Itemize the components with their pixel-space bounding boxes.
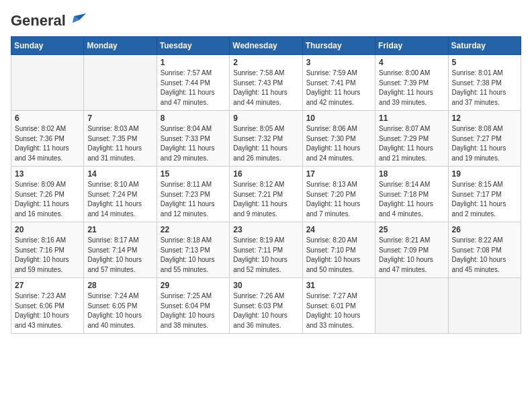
calendar-cell: 1Sunrise: 7:57 AM Sunset: 7:44 PM Daylig…: [157, 55, 229, 111]
day-number: 3: [306, 58, 371, 67]
calendar-cell: 18Sunrise: 8:14 AM Sunset: 7:18 PM Dayli…: [375, 167, 448, 222]
day-info: Sunrise: 8:02 AM Sunset: 7:36 PM Dayligh…: [15, 124, 80, 163]
calendar-cell: [375, 278, 448, 334]
day-number: 27: [15, 281, 80, 290]
calendar-table: SundayMondayTuesdayWednesdayThursdayFrid…: [11, 36, 521, 334]
day-info: Sunrise: 8:14 AM Sunset: 7:18 PM Dayligh…: [379, 180, 444, 219]
calendar-cell: 20Sunrise: 8:16 AM Sunset: 7:16 PM Dayli…: [11, 222, 84, 278]
logo: General: [11, 11, 87, 28]
column-header-saturday: Saturday: [448, 37, 521, 55]
day-info: Sunrise: 8:20 AM Sunset: 7:10 PM Dayligh…: [306, 236, 371, 275]
day-number: 19: [452, 169, 517, 179]
day-number: 17: [306, 169, 371, 179]
calendar-cell: 23Sunrise: 8:19 AM Sunset: 7:11 PM Dayli…: [230, 222, 302, 278]
calendar-cell: 2Sunrise: 7:58 AM Sunset: 7:43 PM Daylig…: [230, 55, 302, 111]
day-number: 10: [306, 113, 371, 123]
day-info: Sunrise: 7:58 AM Sunset: 7:43 PM Dayligh…: [233, 68, 298, 107]
day-number: 18: [379, 169, 444, 179]
day-info: Sunrise: 8:08 AM Sunset: 7:27 PM Dayligh…: [452, 124, 517, 163]
day-info: Sunrise: 8:05 AM Sunset: 7:32 PM Dayligh…: [233, 124, 298, 163]
calendar-cell: 26Sunrise: 8:22 AM Sunset: 7:08 PM Dayli…: [448, 222, 521, 278]
day-number: 30: [233, 281, 298, 290]
day-number: 16: [233, 169, 298, 179]
calendar-cell: [84, 55, 157, 111]
calendar-cell: 19Sunrise: 8:15 AM Sunset: 7:17 PM Dayli…: [448, 167, 521, 222]
day-number: 15: [161, 169, 226, 179]
day-number: 26: [452, 225, 517, 234]
calendar-cell: 8Sunrise: 8:04 AM Sunset: 7:33 PM Daylig…: [157, 111, 229, 167]
logo-general: General: [11, 12, 66, 30]
column-header-sunday: Sunday: [11, 37, 84, 55]
day-info: Sunrise: 7:27 AM Sunset: 6:01 PM Dayligh…: [306, 291, 371, 330]
day-info: Sunrise: 8:16 AM Sunset: 7:16 PM Dayligh…: [15, 236, 80, 275]
calendar-cell: 14Sunrise: 8:10 AM Sunset: 7:24 PM Dayli…: [84, 167, 157, 222]
column-header-tuesday: Tuesday: [157, 37, 229, 55]
calendar-cell: 5Sunrise: 8:01 AM Sunset: 7:38 PM Daylig…: [448, 55, 521, 111]
day-number: 5: [452, 58, 517, 67]
calendar-cell: 25Sunrise: 8:21 AM Sunset: 7:09 PM Dayli…: [375, 222, 448, 278]
day-info: Sunrise: 8:09 AM Sunset: 7:26 PM Dayligh…: [15, 180, 80, 219]
logo-bird-icon: [67, 11, 87, 31]
day-number: 21: [87, 225, 152, 234]
calendar-cell: 12Sunrise: 8:08 AM Sunset: 7:27 PM Dayli…: [448, 111, 521, 167]
day-number: 20: [15, 225, 80, 234]
calendar-header-row: SundayMondayTuesdayWednesdayThursdayFrid…: [11, 37, 521, 55]
column-header-monday: Monday: [84, 37, 157, 55]
calendar-cell: 11Sunrise: 8:07 AM Sunset: 7:29 PM Dayli…: [375, 111, 448, 167]
day-info: Sunrise: 8:01 AM Sunset: 7:38 PM Dayligh…: [452, 68, 517, 107]
calendar-cell: 30Sunrise: 7:26 AM Sunset: 6:03 PM Dayli…: [230, 278, 302, 334]
day-info: Sunrise: 7:24 AM Sunset: 6:05 PM Dayligh…: [87, 291, 152, 330]
day-info: Sunrise: 7:59 AM Sunset: 7:41 PM Dayligh…: [306, 68, 371, 107]
calendar-cell: 16Sunrise: 8:12 AM Sunset: 7:21 PM Dayli…: [230, 167, 302, 222]
day-info: Sunrise: 8:10 AM Sunset: 7:24 PM Dayligh…: [87, 180, 152, 219]
day-info: Sunrise: 8:11 AM Sunset: 7:23 PM Dayligh…: [161, 180, 226, 219]
day-number: 4: [379, 58, 444, 67]
day-number: 13: [15, 169, 80, 179]
calendar-week-2: 6Sunrise: 8:02 AM Sunset: 7:36 PM Daylig…: [11, 111, 521, 167]
calendar-cell: 21Sunrise: 8:17 AM Sunset: 7:14 PM Dayli…: [84, 222, 157, 278]
day-number: 22: [161, 225, 226, 234]
day-number: 25: [379, 225, 444, 234]
page-header: General: [11, 11, 521, 28]
day-info: Sunrise: 7:23 AM Sunset: 6:06 PM Dayligh…: [15, 291, 80, 330]
day-number: 28: [87, 281, 152, 290]
day-number: 8: [161, 113, 226, 123]
day-info: Sunrise: 8:07 AM Sunset: 7:29 PM Dayligh…: [379, 124, 444, 163]
calendar-cell: [11, 55, 84, 111]
calendar-cell: 22Sunrise: 8:18 AM Sunset: 7:13 PM Dayli…: [157, 222, 229, 278]
calendar-cell: 9Sunrise: 8:05 AM Sunset: 7:32 PM Daylig…: [230, 111, 302, 167]
day-info: Sunrise: 8:13 AM Sunset: 7:20 PM Dayligh…: [306, 180, 371, 219]
day-number: 1: [161, 58, 226, 67]
calendar-cell: 6Sunrise: 8:02 AM Sunset: 7:36 PM Daylig…: [11, 111, 84, 167]
day-info: Sunrise: 8:19 AM Sunset: 7:11 PM Dayligh…: [233, 236, 298, 275]
calendar-week-3: 13Sunrise: 8:09 AM Sunset: 7:26 PM Dayli…: [11, 167, 521, 222]
day-info: Sunrise: 8:17 AM Sunset: 7:14 PM Dayligh…: [87, 236, 152, 275]
column-header-friday: Friday: [375, 37, 448, 55]
day-info: Sunrise: 8:03 AM Sunset: 7:35 PM Dayligh…: [87, 124, 152, 163]
calendar-cell: 28Sunrise: 7:24 AM Sunset: 6:05 PM Dayli…: [84, 278, 157, 334]
calendar-cell: [448, 278, 521, 334]
calendar-cell: 29Sunrise: 7:25 AM Sunset: 6:04 PM Dayli…: [157, 278, 229, 334]
day-info: Sunrise: 8:22 AM Sunset: 7:08 PM Dayligh…: [452, 236, 517, 275]
day-number: 24: [306, 225, 371, 234]
calendar-cell: 24Sunrise: 8:20 AM Sunset: 7:10 PM Dayli…: [302, 222, 375, 278]
day-number: 11: [379, 113, 444, 123]
column-header-wednesday: Wednesday: [230, 37, 302, 55]
day-info: Sunrise: 8:12 AM Sunset: 7:21 PM Dayligh…: [233, 180, 298, 219]
column-header-thursday: Thursday: [302, 37, 375, 55]
day-info: Sunrise: 8:04 AM Sunset: 7:33 PM Dayligh…: [161, 124, 226, 163]
day-number: 29: [161, 281, 226, 290]
day-number: 9: [233, 113, 298, 123]
day-number: 14: [87, 169, 152, 179]
calendar-week-4: 20Sunrise: 8:16 AM Sunset: 7:16 PM Dayli…: [11, 222, 521, 278]
day-info: Sunrise: 7:26 AM Sunset: 6:03 PM Dayligh…: [233, 291, 298, 330]
calendar-cell: 31Sunrise: 7:27 AM Sunset: 6:01 PM Dayli…: [302, 278, 375, 334]
calendar-week-5: 27Sunrise: 7:23 AM Sunset: 6:06 PM Dayli…: [11, 278, 521, 334]
calendar-cell: 17Sunrise: 8:13 AM Sunset: 7:20 PM Dayli…: [302, 167, 375, 222]
day-info: Sunrise: 7:25 AM Sunset: 6:04 PM Dayligh…: [161, 291, 226, 330]
calendar-week-1: 1Sunrise: 7:57 AM Sunset: 7:44 PM Daylig…: [11, 55, 521, 111]
calendar-cell: 27Sunrise: 7:23 AM Sunset: 6:06 PM Dayli…: [11, 278, 84, 334]
day-info: Sunrise: 8:00 AM Sunset: 7:39 PM Dayligh…: [379, 68, 444, 107]
day-number: 2: [233, 58, 298, 67]
day-info: Sunrise: 8:21 AM Sunset: 7:09 PM Dayligh…: [379, 236, 444, 275]
